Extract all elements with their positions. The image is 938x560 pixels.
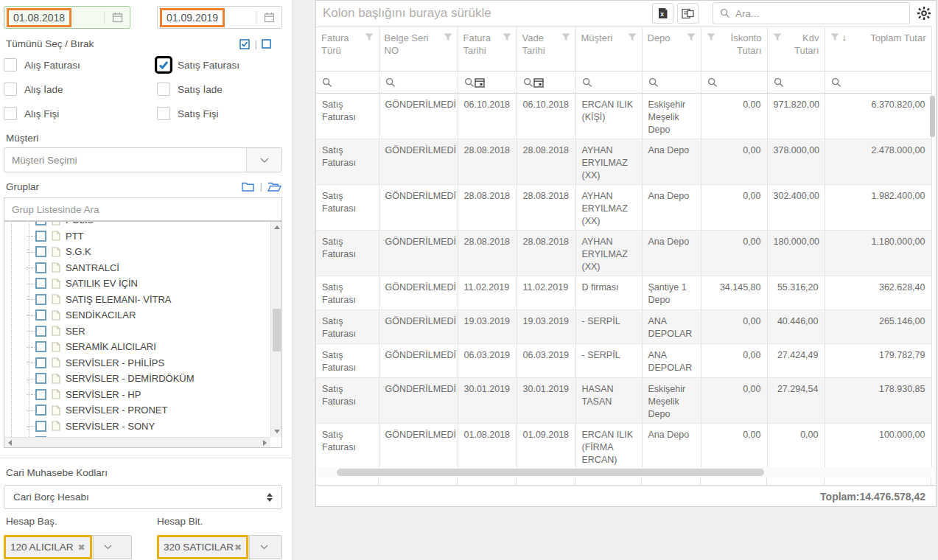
- filter-cell-toplam-tutar[interactable]: [825, 71, 931, 94]
- group-search-input[interactable]: Grup Listesinde Ara: [4, 197, 282, 221]
- table-cell[interactable]: - SERPİL: [575, 310, 642, 344]
- table-cell[interactable]: Eskişehir Meşelik Depo: [642, 94, 701, 139]
- table-cell[interactable]: 0,00: [701, 231, 767, 276]
- hesap-bit-select[interactable]: 320 SATICILAR ✖: [157, 535, 282, 559]
- tree-item-ser[interactable]: SER: [25, 323, 270, 340]
- table-cell[interactable]: 971.820,00: [767, 94, 825, 139]
- table-cell[interactable]: 1.180.000,00: [825, 231, 931, 276]
- table-cell[interactable]: Satış Faturası: [316, 310, 379, 344]
- chevron-down-icon[interactable]: [93, 536, 122, 559]
- table-row[interactable]: Satış FaturasıGÖNDERİLMEDİ30.01.201930.0…: [316, 378, 931, 424]
- filter-funnel-icon[interactable]: [444, 33, 452, 41]
- table-cell[interactable]: 179.782,79: [825, 344, 931, 378]
- table-cell[interactable]: ANA DEPOLAR: [642, 310, 701, 344]
- table-row[interactable]: Satış FaturasıGÖNDERİLMEDİ28.08.201828.0…: [316, 139, 931, 185]
- grid-hscroll-thumb[interactable]: [337, 469, 764, 476]
- table-cell[interactable]: 55.316,20: [767, 276, 825, 310]
- search-icon[interactable]: [831, 77, 841, 88]
- tree-item-poli-s[interactable]: POLİS: [25, 222, 270, 228]
- table-cell[interactable]: AYHAN ERYILMAZ (XX): [575, 185, 642, 231]
- tree-scroll-thumb[interactable]: [273, 309, 281, 351]
- table-cell[interactable]: Ana Depo: [642, 185, 701, 231]
- filter-funnel-icon[interactable]: [503, 33, 511, 41]
- search-icon[interactable]: [707, 77, 718, 88]
- scroll-right-icon[interactable]: [259, 438, 270, 448]
- table-row[interactable]: Satış FaturasıGÖNDERİLMEDİ11.02.201911.0…: [316, 276, 931, 310]
- table-cell[interactable]: 19.03.2019: [458, 310, 517, 344]
- table-cell[interactable]: 01.09.2018: [517, 424, 575, 468]
- table-cell[interactable]: 06.10.2018: [458, 94, 517, 139]
- table-cell[interactable]: 265.146,00: [825, 310, 931, 344]
- checkbox-alış-i̇ade[interactable]: Alış İade: [4, 82, 157, 97]
- table-cell[interactable]: GÖNDERİLMEDİ: [379, 231, 458, 276]
- tree-checkbox-icon[interactable]: [35, 341, 46, 352]
- calendar-icon[interactable]: [533, 77, 544, 88]
- tree-item-serami-k-alicilari[interactable]: SERAMİK ALICILARI: [25, 339, 270, 355]
- table-cell[interactable]: 100.000,00: [825, 424, 931, 468]
- table-cell[interactable]: 19.03.2019: [517, 310, 575, 344]
- filter-funnel-icon[interactable]: [830, 33, 839, 41]
- table-cell[interactable]: ERCAN ILIK (KİŞİ): [575, 94, 642, 139]
- date-from-value[interactable]: 01.08.2018: [7, 8, 71, 27]
- tree-checkbox-icon[interactable]: [35, 222, 46, 225]
- filter-funnel-icon[interactable]: [773, 33, 782, 41]
- tree-checkbox-icon[interactable]: [35, 262, 46, 273]
- table-cell[interactable]: 28.08.2018: [517, 139, 575, 185]
- checkbox-unchecked-icon[interactable]: [157, 83, 170, 96]
- table-cell[interactable]: 06.10.2018: [517, 94, 575, 139]
- scroll-up-icon[interactable]: [271, 222, 282, 233]
- tree-checkbox-icon[interactable]: [35, 421, 46, 432]
- table-cell[interactable]: 28.08.2018: [458, 231, 517, 276]
- column-header-toplam-tutar[interactable]: ↓Toplam Tutar: [825, 27, 931, 71]
- filter-funnel-icon[interactable]: [628, 33, 637, 41]
- table-cell[interactable]: 0,00: [701, 378, 767, 424]
- table-cell[interactable]: GÖNDERİLMEDİ: [379, 310, 458, 344]
- table-cell[interactable]: 28.08.2018: [458, 185, 517, 231]
- search-icon[interactable]: [385, 77, 396, 88]
- table-cell[interactable]: Satış Faturası: [316, 94, 379, 139]
- table-cell[interactable]: - SERPİL: [575, 344, 642, 378]
- checkbox-unchecked-icon[interactable]: [4, 107, 17, 120]
- filter-cell-fatura-tarihi[interactable]: [458, 71, 517, 94]
- tree-item-satiş-elemani--vi-tra[interactable]: SATIŞ ELEMANI- VİTRA: [25, 292, 270, 308]
- column-header-müşteri[interactable]: Müşteri: [575, 27, 642, 71]
- scroll-left-icon[interactable]: [4, 438, 15, 448]
- tree-item-s.g.k[interactable]: S.G.K: [25, 244, 270, 260]
- table-cell[interactable]: 27.294,54: [767, 378, 825, 424]
- tree-item-santralci-[interactable]: SANTRALCİ: [25, 260, 270, 276]
- tree-checkbox-icon[interactable]: [35, 246, 46, 257]
- cari-account-select[interactable]: Cari Borç Hesabı: [4, 485, 282, 509]
- checkbox-checked-icon[interactable]: [157, 58, 170, 71]
- table-cell[interactable]: Satış Faturası: [316, 185, 379, 231]
- table-cell[interactable]: 28.08.2018: [517, 185, 575, 231]
- filter-cell-i̇skonto-tutarı[interactable]: [701, 71, 767, 94]
- grid-search-input[interactable]: Ara...: [713, 2, 910, 24]
- search-icon[interactable]: [774, 77, 784, 88]
- table-cell[interactable]: 01.08.2018: [458, 424, 517, 468]
- filter-funnel-icon[interactable]: [707, 33, 715, 41]
- table-cell[interactable]: 302.400,00: [767, 185, 825, 231]
- excel-export-button[interactable]: x: [652, 3, 673, 24]
- checkbox-satış-fişi[interactable]: Satış Fişi: [157, 106, 282, 121]
- search-icon[interactable]: [523, 77, 533, 88]
- column-chooser-button[interactable]: [677, 3, 699, 24]
- table-cell[interactable]: 1.982.400,00: [825, 185, 931, 231]
- filter-funnel-icon[interactable]: [561, 33, 570, 41]
- checkbox-unchecked-icon[interactable]: [157, 107, 170, 120]
- table-cell[interactable]: Satış Faturası: [316, 344, 379, 378]
- table-cell[interactable]: Satış Faturası: [316, 139, 379, 185]
- table-cell[interactable]: Satış Faturası: [316, 424, 379, 468]
- table-cell[interactable]: 378.000,00: [767, 139, 825, 185]
- table-cell[interactable]: 40.446,00: [767, 310, 825, 344]
- table-cell[interactable]: Satış Faturası: [316, 231, 379, 276]
- tree-checkbox-icon[interactable]: [35, 373, 46, 384]
- filter-cell-kdv-tutarı[interactable]: [767, 71, 825, 94]
- table-cell[interactable]: 27.424,49: [767, 344, 825, 378]
- table-cell[interactable]: 0,00: [701, 94, 767, 139]
- table-cell[interactable]: 180.000,00: [767, 231, 825, 276]
- tree-vertical-scrollbar[interactable]: [270, 222, 281, 437]
- table-cell[interactable]: HASAN TASAN: [575, 378, 642, 424]
- table-cell[interactable]: ANA DEPOLAR: [642, 344, 701, 378]
- table-cell[interactable]: D firması: [575, 276, 642, 310]
- filter-funnel-icon[interactable]: [365, 33, 374, 41]
